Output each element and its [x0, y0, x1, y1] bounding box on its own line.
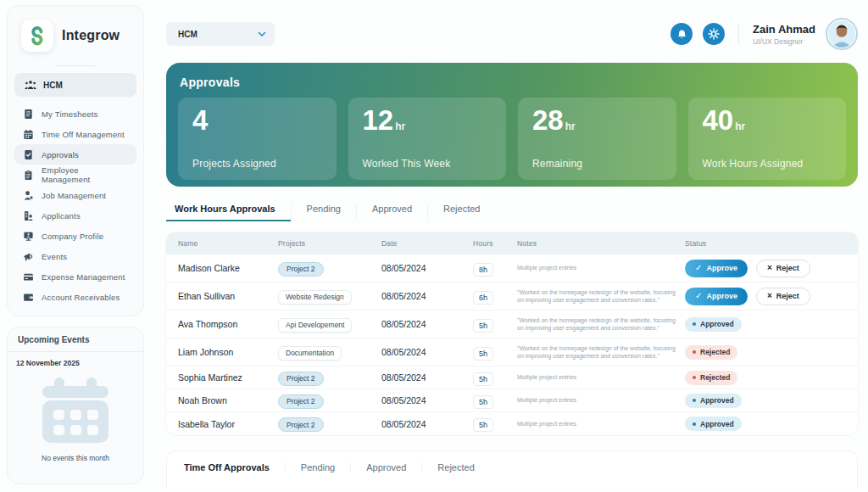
tab-time-off-rejected[interactable]: Rejected	[421, 462, 489, 472]
hours-chip: 5h	[473, 395, 493, 409]
stat-unit: hr	[735, 120, 745, 132]
stat-label: Projects Assigned	[192, 158, 322, 170]
reject-button[interactable]: ×Reject	[756, 260, 810, 277]
sidebar-item-events[interactable]: Events	[14, 246, 136, 266]
integrow-logo-icon	[21, 20, 53, 52]
status-label: Rejected	[700, 348, 730, 356]
clipboard-person-icon	[23, 170, 34, 181]
sidebar-item-expense-management[interactable]: Expense Management	[14, 266, 136, 287]
employee-name: Ethan Sullivan	[178, 291, 278, 301]
stat-work-hours-assigned: 40hr Work Hours Assigned	[688, 98, 847, 180]
tab-time-off-approvals[interactable]: Time Off Approvals	[175, 462, 285, 472]
approvals-banner: Approvals 4 Projects Assigned 12hr Worke…	[166, 63, 858, 187]
table-row: Noah Brown Project 2 08/05/2024 5h Multi…	[166, 389, 858, 412]
settings-button[interactable]	[703, 23, 725, 45]
entry-date: 08/05/2024	[381, 419, 473, 429]
sidebar-item-account-receivables[interactable]: Account Receivables	[14, 287, 136, 307]
entry-notes: Multiple project entries	[517, 396, 685, 404]
employee-name: Madison Clarke	[178, 263, 278, 273]
nav-label: Job Management	[42, 191, 106, 200]
entry-notes: Multiple project entries	[517, 264, 685, 271]
sidebar-nav-card: Integrow HCM	[7, 5, 144, 316]
nav-label: Account Receivables	[42, 293, 120, 302]
entry-date: 08/05/2024	[381, 319, 473, 329]
module-label: HCM	[43, 81, 63, 90]
status-label: Approved	[700, 396, 734, 405]
person-icon	[23, 190, 34, 201]
stat-value: 28	[532, 106, 564, 134]
col-name: Name	[178, 239, 278, 248]
sidebar-module-hcm[interactable]: HCM	[14, 73, 136, 97]
status-dot	[693, 399, 696, 402]
approve-button[interactable]: ✓Approve	[685, 288, 748, 305]
stat-value: 40	[703, 106, 734, 134]
work-hours-tabs: Work Hours Approvals Pending Approved Re…	[166, 204, 858, 221]
entry-notes: "Worked on the homepage redesign of the …	[517, 344, 685, 361]
main-content: HCM	[166, 0, 858, 489]
project-tag: Project 2	[278, 372, 324, 386]
sidebar-item-applicants[interactable]: Applicants	[14, 205, 136, 226]
gear-icon	[708, 28, 720, 40]
sidebar-item-job-management[interactable]: Job Management	[14, 185, 136, 205]
stat-value: 4	[192, 106, 208, 134]
nav-label: Approvals	[42, 150, 79, 159]
hours-chip: 5h	[473, 319, 493, 333]
table-row: Ava Thompson Api Developement 08/05/2024…	[166, 310, 858, 338]
stat-remaining: 28hr Remaining	[518, 98, 676, 180]
sidebar-item-company-profile[interactable]: Company Profile	[14, 226, 136, 246]
upcoming-events-date: 12 November 2025	[16, 359, 135, 367]
notifications-button[interactable]	[670, 23, 693, 45]
nav-label: Company Profile	[42, 232, 103, 241]
nav-label: My Timesheets	[42, 109, 97, 119]
tab-rejected[interactable]: Rejected	[427, 204, 495, 221]
reject-label: Reject	[776, 264, 799, 272]
user-avatar[interactable]	[826, 18, 858, 50]
chevron-down-icon	[258, 31, 266, 37]
app-window: Integrow HCM	[0, 0, 868, 492]
tab-work-hours-approvals[interactable]: Work Hours Approvals	[166, 204, 291, 221]
tab-pending[interactable]: Pending	[291, 204, 356, 221]
nav-label: Applicants	[42, 211, 81, 221]
col-notes: Notes	[517, 239, 685, 248]
sidebar-item-employee-management[interactable]: Employee Management	[14, 165, 136, 185]
approvals-check-icon	[23, 149, 34, 160]
status-badge-approved: Approved	[685, 417, 742, 431]
user-role: UI/UX Designer	[753, 37, 815, 46]
sidebar-item-time-off-management[interactable]: Time Off Management	[14, 124, 136, 144]
project-tag: Documentation	[278, 346, 342, 361]
stat-label: Remaining	[532, 158, 662, 170]
project-tag: Project 2	[278, 417, 324, 432]
stat-worked-this-week: 12hr Worked This Week	[348, 98, 507, 180]
time-off-approvals-section: Time Off Approvals Pending Approved Reje…	[166, 450, 858, 489]
project-tag: Api Developement	[278, 318, 352, 333]
status-label: Approved	[700, 420, 734, 428]
reject-button[interactable]: ×Reject	[756, 288, 810, 305]
tab-time-off-approved[interactable]: Approved	[350, 462, 421, 472]
brand-name: Integrow	[62, 28, 120, 43]
col-date: Date	[381, 239, 473, 248]
work-hours-table: Name Projects Date Hours Notes Status Ma…	[166, 232, 858, 435]
hours-chip: 8h	[473, 263, 493, 277]
status-label: Approved	[700, 320, 734, 328]
sidebar-item-approvals[interactable]: Approvals	[14, 144, 136, 165]
entry-notes: "Worked on the homepage redesign of the …	[517, 316, 685, 333]
stat-value: 12	[363, 106, 394, 134]
tab-time-off-pending[interactable]: Pending	[285, 462, 350, 472]
approve-button[interactable]: ✓Approve	[685, 260, 748, 277]
upcoming-events-title: Upcoming Events	[8, 327, 143, 352]
table-row: Madison Clarke Project 2 08/05/2024 8h M…	[166, 254, 858, 282]
tab-approved[interactable]: Approved	[356, 204, 427, 221]
table-row: Liam Johnson Documentation 08/05/2024 5h…	[166, 338, 858, 366]
entry-notes: Multiple project entries	[517, 420, 685, 428]
bell-icon	[676, 29, 687, 40]
monitor-person-icon	[23, 231, 34, 242]
nav-label: Expense Management	[42, 272, 125, 282]
check-icon: ✓	[695, 264, 702, 272]
entry-date: 08/05/2024	[381, 291, 473, 301]
module-select-dropdown[interactable]: HCM	[166, 22, 275, 46]
employee-name: Liam Johnson	[178, 347, 278, 357]
employee-name: Ava Thompson	[178, 319, 278, 329]
sidebar-item-my-timesheets[interactable]: My Timesheets	[14, 103, 136, 124]
col-hours: Hours	[473, 239, 517, 248]
divider	[56, 65, 95, 66]
